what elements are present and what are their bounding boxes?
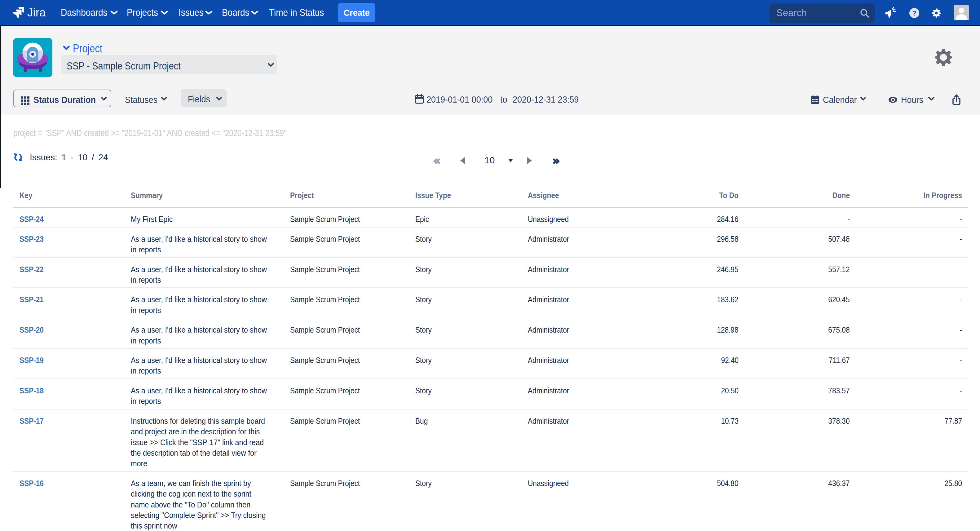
svg-text:?: ?: [912, 9, 916, 17]
